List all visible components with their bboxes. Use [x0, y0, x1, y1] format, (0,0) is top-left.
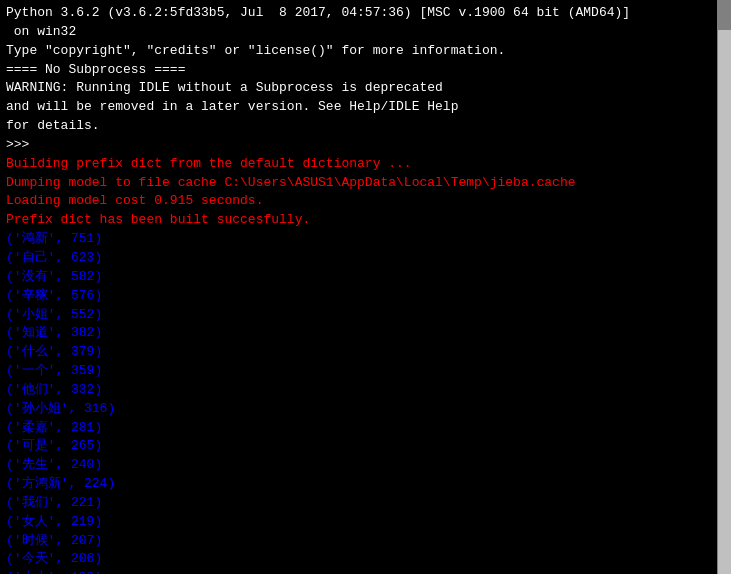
terminal-content: Python 3.6.2 (v3.6.2:5fd33b5, Jul 8 2017…: [6, 4, 725, 574]
terminal-line: ('一个', 359): [6, 362, 725, 381]
terminal-line: ('鸿新', 751): [6, 230, 725, 249]
terminal-line: on win32: [6, 23, 725, 42]
terminal-line: ('孙小姐', 316): [6, 400, 725, 419]
terminal-line: ('可是', 265): [6, 437, 725, 456]
terminal-line: ('我们', 221): [6, 494, 725, 513]
terminal-line: ==== No Subprocess ====: [6, 61, 725, 80]
terminal-line: ('柔嘉', 281): [6, 419, 725, 438]
terminal-line: for details.: [6, 117, 725, 136]
scrollbar[interactable]: [717, 0, 731, 574]
terminal-line: ('时候', 207): [6, 532, 725, 551]
terminal-line: ('自己', 623): [6, 249, 725, 268]
terminal-line: ('今天', 206): [6, 550, 725, 569]
terminal-line: ('什么', 379): [6, 343, 725, 362]
terminal-line: ('太太', 193): [6, 569, 725, 574]
terminal-line: ('女人', 219): [6, 513, 725, 532]
terminal-line: ('知道', 382): [6, 324, 725, 343]
scrollbar-thumb[interactable]: [717, 0, 731, 30]
terminal-line: ('他们', 332): [6, 381, 725, 400]
terminal-line: and will be removed in a later version. …: [6, 98, 725, 117]
terminal-line: Python 3.6.2 (v3.6.2:5fd33b5, Jul 8 2017…: [6, 4, 725, 23]
terminal-line: WARNING: Running IDLE without a Subproce…: [6, 79, 725, 98]
terminal-line: >>>: [6, 136, 725, 155]
terminal-line: ('先生', 240): [6, 456, 725, 475]
terminal-window: Python 3.6.2 (v3.6.2:5fd33b5, Jul 8 2017…: [0, 0, 731, 574]
terminal-line: Prefix dict has been built succesfully.: [6, 211, 725, 230]
terminal-line: Loading model cost 0.915 seconds.: [6, 192, 725, 211]
terminal-line: ('没有', 582): [6, 268, 725, 287]
terminal-line: ('方鸿新', 224): [6, 475, 725, 494]
terminal-line: Dumping model to file cache C:\Users\ASU…: [6, 174, 725, 193]
terminal-line: ('辛稼', 576): [6, 287, 725, 306]
terminal-line: Building prefix dict from the default di…: [6, 155, 725, 174]
terminal-line: ('小姐', 552): [6, 306, 725, 325]
terminal-line: Type "copyright", "credits" or "license(…: [6, 42, 725, 61]
